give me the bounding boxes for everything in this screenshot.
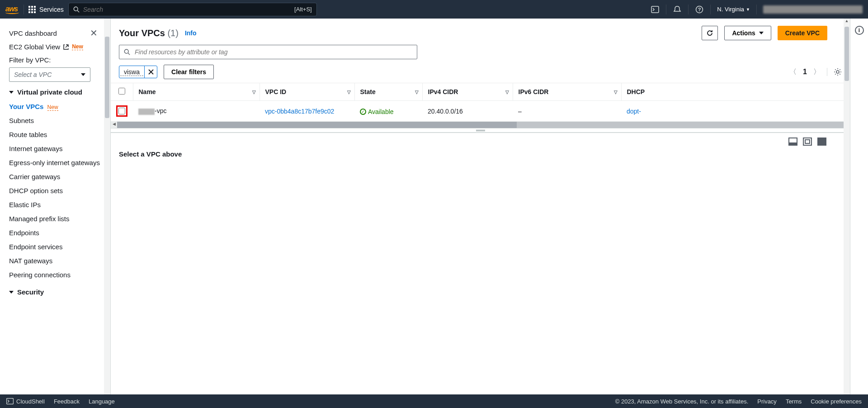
grip-icon — [476, 130, 485, 131]
dhcp-link[interactable]: dopt- — [627, 108, 641, 115]
scroll-left-icon[interactable]: ◀ — [111, 122, 117, 128]
sidebar-scrollbar[interactable] — [104, 19, 110, 394]
sort-icon[interactable]: ▽ — [614, 90, 618, 95]
next-page-button[interactable]: 〉 — [813, 67, 821, 77]
nav-nat-gateways[interactable]: NAT gateways — [9, 254, 110, 268]
scrollbar-thumb[interactable] — [105, 37, 109, 118]
scroll-up-icon[interactable]: ▲ — [844, 19, 850, 26]
svg-text:?: ? — [698, 7, 701, 12]
refresh-button[interactable] — [702, 26, 718, 40]
privacy-link[interactable]: Privacy — [757, 398, 777, 405]
nav-dhcp-option-sets[interactable]: DHCP option sets — [9, 184, 110, 198]
col-ipv4-cidr[interactable]: IPv4 CIDR▽ — [422, 83, 513, 101]
language-link[interactable]: Language — [89, 398, 115, 405]
nav-your-vpcs[interactable]: Your VPCs New — [9, 100, 110, 114]
table-row[interactable]: -vpc vpc-0bb4a8c17b7fe9c02 ✓Available 20… — [111, 101, 850, 122]
page-title: Your VPCs (1) — [119, 28, 179, 38]
svg-line-1 — [77, 10, 79, 12]
clear-filters-button[interactable]: Clear filters — [164, 65, 214, 79]
col-label: IPv6 CIDR — [519, 88, 549, 95]
vpc-filter-select[interactable]: Select a VPC — [9, 67, 90, 82]
cookie-preferences-link[interactable]: Cookie preferences — [811, 398, 862, 405]
account-menu[interactable] — [763, 5, 863, 14]
actions-label: Actions — [732, 29, 755, 37]
cloudshell-label: CloudShell — [16, 398, 45, 405]
nav-elastic-ips[interactable]: Elastic IPs — [9, 198, 110, 212]
section-security[interactable]: Security — [9, 288, 110, 296]
resource-search-input[interactable] — [135, 48, 412, 56]
nav-carrier-gateways[interactable]: Carrier gateways — [9, 170, 110, 184]
close-icon — [148, 69, 154, 75]
layout-full-button[interactable] — [817, 138, 826, 146]
notifications-icon[interactable] — [673, 5, 682, 14]
col-ipv6-cidr[interactable]: IPv6 CIDR▽ — [513, 83, 621, 101]
close-sidebar-icon[interactable]: ✕ — [90, 28, 98, 38]
layout-bottom-button[interactable] — [788, 138, 797, 146]
resource-search[interactable] — [119, 45, 417, 59]
sort-icon[interactable]: ▽ — [505, 90, 509, 95]
feedback-link[interactable]: Feedback — [54, 398, 80, 405]
terms-link[interactable]: Terms — [786, 398, 802, 405]
info-panel-rail: i — [850, 19, 868, 394]
chevron-down-icon — [81, 73, 85, 76]
scrollbar-thumb[interactable] — [844, 27, 849, 81]
current-page: 1 — [803, 68, 807, 76]
layout-side-button[interactable] — [803, 138, 812, 146]
vpc-id-link[interactable]: vpc-0bb4a8c17b7fe9c02 — [265, 108, 334, 115]
table-horizontal-scrollbar[interactable]: ◀ ▶ — [111, 122, 850, 128]
actions-button[interactable]: Actions — [724, 26, 771, 40]
nav-route-tables[interactable]: Route tables — [9, 128, 110, 142]
scroll-track[interactable] — [117, 122, 844, 128]
content-scrollbar[interactable]: ▲ — [844, 19, 850, 394]
sort-icon[interactable]: ▽ — [347, 90, 351, 95]
col-label: State — [360, 88, 376, 95]
scroll-thumb[interactable] — [117, 122, 517, 128]
search-input[interactable] — [83, 6, 291, 13]
ec2-global-view-link[interactable]: EC2 Global View New — [9, 43, 110, 51]
topnav-right: ? N. Virginia ▼ — [651, 5, 863, 14]
caret-down-icon — [9, 91, 14, 94]
grid-icon — [28, 6, 36, 13]
table-header-row: Name▽ VPC ID▽ State▽ IPv4 CIDR▽ IPv6 CID… — [111, 83, 850, 101]
nav-egress-gateways[interactable]: Egress-only internet gateways — [9, 156, 110, 170]
col-name[interactable]: Name▽ — [133, 83, 259, 101]
filter-tag-text[interactable]: viswa — [120, 68, 143, 76]
info-link[interactable]: Info — [185, 29, 197, 37]
nav-endpoint-services[interactable]: Endpoint services — [9, 240, 110, 254]
global-search[interactable]: [Alt+S] — [68, 3, 317, 16]
splitter-handle[interactable] — [111, 128, 850, 133]
select-all-checkbox[interactable] — [118, 88, 125, 95]
nav-internet-gateways[interactable]: Internet gateways — [9, 142, 110, 156]
col-dhcp[interactable]: DHCP — [621, 83, 850, 101]
nav-subnets[interactable]: Subnets — [9, 114, 110, 128]
cloudshell-icon[interactable] — [651, 5, 660, 14]
prev-page-button[interactable]: 〈 — [789, 67, 797, 77]
copyright-text: © 2023, Amazon Web Services, Inc. or its… — [615, 398, 749, 405]
content-area: Your VPCs (1) Info Actions Create VPC vi… — [111, 19, 850, 394]
divider — [666, 5, 666, 14]
cell-ipv6: – — [513, 101, 621, 122]
info-panel-toggle[interactable]: i — [855, 26, 864, 35]
region-selector[interactable]: N. Virginia ▼ — [717, 6, 750, 13]
remove-filter-button[interactable] — [144, 66, 157, 78]
table-settings-button[interactable] — [827, 68, 842, 76]
cloudshell-footer-button[interactable]: CloudShell — [6, 398, 45, 405]
search-shortcut: [Alt+S] — [294, 6, 312, 13]
aws-logo[interactable]: aws — [5, 5, 19, 14]
row-checkbox[interactable] — [118, 108, 125, 114]
col-state[interactable]: State▽ — [354, 83, 422, 101]
divider — [688, 5, 689, 14]
services-menu[interactable]: Services — [28, 6, 64, 13]
section-virtual-private-cloud[interactable]: Virtual private cloud — [9, 88, 110, 96]
external-link-icon — [63, 44, 69, 50]
nav-peering-connections[interactable]: Peering connections — [9, 268, 110, 282]
vpc-dashboard-link[interactable]: VPC dashboard — [9, 29, 57, 37]
col-vpc-id[interactable]: VPC ID▽ — [259, 83, 354, 101]
sort-icon[interactable]: ▽ — [415, 90, 419, 95]
detail-layout-buttons — [788, 138, 843, 146]
nav-endpoints[interactable]: Endpoints — [9, 226, 110, 240]
nav-managed-prefix-lists[interactable]: Managed prefix lists — [9, 212, 110, 226]
sort-icon[interactable]: ▽ — [252, 90, 256, 95]
create-vpc-button[interactable]: Create VPC — [778, 26, 827, 40]
help-icon[interactable]: ? — [695, 5, 704, 14]
